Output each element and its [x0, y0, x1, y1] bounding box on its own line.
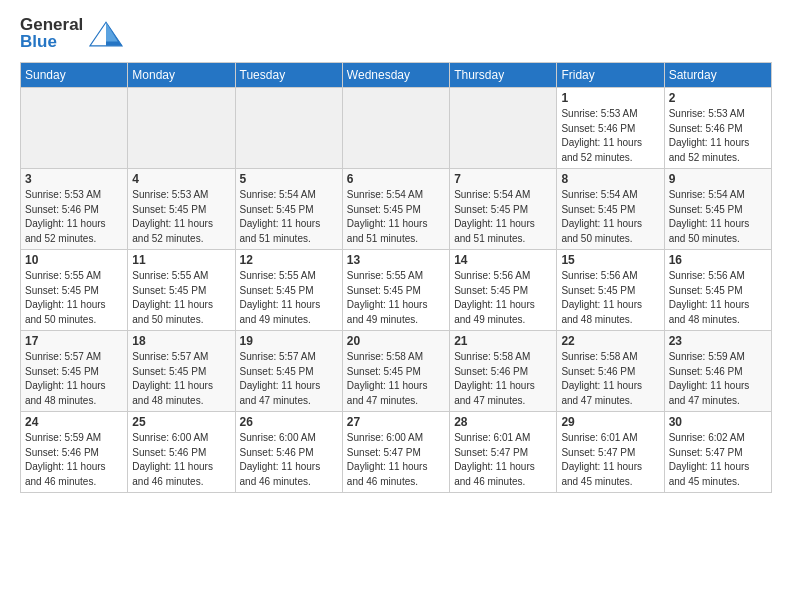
calendar-day-cell: 11Sunrise: 5:55 AMSunset: 5:45 PMDayligh…	[128, 250, 235, 331]
calendar-day-cell: 1Sunrise: 5:53 AMSunset: 5:46 PMDaylight…	[557, 88, 664, 169]
day-detail: Sunrise: 5:57 AMSunset: 5:45 PMDaylight:…	[25, 350, 123, 408]
logo-general-text: General	[20, 16, 83, 33]
calendar-header-saturday: Saturday	[664, 63, 771, 88]
calendar-day-cell: 15Sunrise: 5:56 AMSunset: 5:45 PMDayligh…	[557, 250, 664, 331]
day-number: 6	[347, 172, 445, 186]
calendar-day-cell: 19Sunrise: 5:57 AMSunset: 5:45 PMDayligh…	[235, 331, 342, 412]
day-number: 2	[669, 91, 767, 105]
calendar-day-cell: 8Sunrise: 5:54 AMSunset: 5:45 PMDaylight…	[557, 169, 664, 250]
calendar-day-cell: 21Sunrise: 5:58 AMSunset: 5:46 PMDayligh…	[450, 331, 557, 412]
day-detail: Sunrise: 5:58 AMSunset: 5:46 PMDaylight:…	[561, 350, 659, 408]
day-detail: Sunrise: 5:54 AMSunset: 5:45 PMDaylight:…	[561, 188, 659, 246]
calendar-day-cell: 17Sunrise: 5:57 AMSunset: 5:45 PMDayligh…	[21, 331, 128, 412]
day-number: 23	[669, 334, 767, 348]
calendar-day-cell: 28Sunrise: 6:01 AMSunset: 5:47 PMDayligh…	[450, 412, 557, 493]
logo: General Blue	[20, 16, 125, 50]
day-number: 4	[132, 172, 230, 186]
logo-blue-text: Blue	[20, 33, 57, 50]
day-number: 11	[132, 253, 230, 267]
day-detail: Sunrise: 5:57 AMSunset: 5:45 PMDaylight:…	[240, 350, 338, 408]
logo-area: General Blue	[20, 16, 125, 50]
day-number: 20	[347, 334, 445, 348]
day-detail: Sunrise: 6:02 AMSunset: 5:47 PMDaylight:…	[669, 431, 767, 489]
day-detail: Sunrise: 5:54 AMSunset: 5:45 PMDaylight:…	[347, 188, 445, 246]
day-detail: Sunrise: 5:56 AMSunset: 5:45 PMDaylight:…	[561, 269, 659, 327]
day-number: 8	[561, 172, 659, 186]
calendar-day-cell: 7Sunrise: 5:54 AMSunset: 5:45 PMDaylight…	[450, 169, 557, 250]
day-number: 21	[454, 334, 552, 348]
calendar-day-cell: 20Sunrise: 5:58 AMSunset: 5:45 PMDayligh…	[342, 331, 449, 412]
calendar-week-row: 3Sunrise: 5:53 AMSunset: 5:46 PMDaylight…	[21, 169, 772, 250]
day-detail: Sunrise: 5:56 AMSunset: 5:45 PMDaylight:…	[454, 269, 552, 327]
calendar-day-cell: 30Sunrise: 6:02 AMSunset: 5:47 PMDayligh…	[664, 412, 771, 493]
day-number: 7	[454, 172, 552, 186]
day-number: 3	[25, 172, 123, 186]
day-detail: Sunrise: 5:54 AMSunset: 5:45 PMDaylight:…	[669, 188, 767, 246]
calendar-empty-cell	[342, 88, 449, 169]
day-number: 9	[669, 172, 767, 186]
day-detail: Sunrise: 5:54 AMSunset: 5:45 PMDaylight:…	[454, 188, 552, 246]
day-number: 12	[240, 253, 338, 267]
day-detail: Sunrise: 5:55 AMSunset: 5:45 PMDaylight:…	[240, 269, 338, 327]
calendar-header-friday: Friday	[557, 63, 664, 88]
day-number: 25	[132, 415, 230, 429]
calendar-day-cell: 24Sunrise: 5:59 AMSunset: 5:46 PMDayligh…	[21, 412, 128, 493]
day-number: 29	[561, 415, 659, 429]
page: General Blue SundayMondayTuesdayWednesda…	[0, 0, 792, 513]
logo-triangle-icon	[87, 18, 125, 48]
calendar-header-tuesday: Tuesday	[235, 63, 342, 88]
calendar-day-cell: 26Sunrise: 6:00 AMSunset: 5:46 PMDayligh…	[235, 412, 342, 493]
calendar-day-cell: 25Sunrise: 6:00 AMSunset: 5:46 PMDayligh…	[128, 412, 235, 493]
calendar-week-row: 1Sunrise: 5:53 AMSunset: 5:46 PMDaylight…	[21, 88, 772, 169]
day-number: 18	[132, 334, 230, 348]
calendar-day-cell: 22Sunrise: 5:58 AMSunset: 5:46 PMDayligh…	[557, 331, 664, 412]
day-number: 5	[240, 172, 338, 186]
day-number: 30	[669, 415, 767, 429]
calendar-day-cell: 2Sunrise: 5:53 AMSunset: 5:46 PMDaylight…	[664, 88, 771, 169]
calendar-day-cell: 4Sunrise: 5:53 AMSunset: 5:45 PMDaylight…	[128, 169, 235, 250]
day-detail: Sunrise: 5:55 AMSunset: 5:45 PMDaylight:…	[347, 269, 445, 327]
day-detail: Sunrise: 5:59 AMSunset: 5:46 PMDaylight:…	[25, 431, 123, 489]
day-number: 19	[240, 334, 338, 348]
day-number: 14	[454, 253, 552, 267]
day-number: 10	[25, 253, 123, 267]
calendar-day-cell: 14Sunrise: 5:56 AMSunset: 5:45 PMDayligh…	[450, 250, 557, 331]
day-number: 26	[240, 415, 338, 429]
day-detail: Sunrise: 5:55 AMSunset: 5:45 PMDaylight:…	[25, 269, 123, 327]
day-detail: Sunrise: 5:58 AMSunset: 5:46 PMDaylight:…	[454, 350, 552, 408]
calendar-day-cell: 3Sunrise: 5:53 AMSunset: 5:46 PMDaylight…	[21, 169, 128, 250]
calendar-day-cell: 29Sunrise: 6:01 AMSunset: 5:47 PMDayligh…	[557, 412, 664, 493]
day-number: 22	[561, 334, 659, 348]
calendar-day-cell: 16Sunrise: 5:56 AMSunset: 5:45 PMDayligh…	[664, 250, 771, 331]
day-detail: Sunrise: 6:00 AMSunset: 5:46 PMDaylight:…	[132, 431, 230, 489]
calendar-empty-cell	[235, 88, 342, 169]
day-detail: Sunrise: 5:55 AMSunset: 5:45 PMDaylight:…	[132, 269, 230, 327]
day-number: 28	[454, 415, 552, 429]
day-detail: Sunrise: 6:01 AMSunset: 5:47 PMDaylight:…	[561, 431, 659, 489]
day-number: 13	[347, 253, 445, 267]
calendar-empty-cell	[450, 88, 557, 169]
calendar-day-cell: 23Sunrise: 5:59 AMSunset: 5:46 PMDayligh…	[664, 331, 771, 412]
day-detail: Sunrise: 5:58 AMSunset: 5:45 PMDaylight:…	[347, 350, 445, 408]
day-number: 24	[25, 415, 123, 429]
header: General Blue	[20, 16, 772, 50]
day-detail: Sunrise: 6:00 AMSunset: 5:46 PMDaylight:…	[240, 431, 338, 489]
calendar-header-row: SundayMondayTuesdayWednesdayThursdayFrid…	[21, 63, 772, 88]
day-number: 16	[669, 253, 767, 267]
day-number: 17	[25, 334, 123, 348]
day-detail: Sunrise: 5:57 AMSunset: 5:45 PMDaylight:…	[132, 350, 230, 408]
day-detail: Sunrise: 5:54 AMSunset: 5:45 PMDaylight:…	[240, 188, 338, 246]
calendar-table: SundayMondayTuesdayWednesdayThursdayFrid…	[20, 62, 772, 493]
calendar-day-cell: 18Sunrise: 5:57 AMSunset: 5:45 PMDayligh…	[128, 331, 235, 412]
day-detail: Sunrise: 5:53 AMSunset: 5:46 PMDaylight:…	[25, 188, 123, 246]
day-number: 1	[561, 91, 659, 105]
day-detail: Sunrise: 5:59 AMSunset: 5:46 PMDaylight:…	[669, 350, 767, 408]
calendar-empty-cell	[21, 88, 128, 169]
calendar-header-thursday: Thursday	[450, 63, 557, 88]
day-detail: Sunrise: 6:01 AMSunset: 5:47 PMDaylight:…	[454, 431, 552, 489]
day-detail: Sunrise: 5:53 AMSunset: 5:46 PMDaylight:…	[561, 107, 659, 165]
day-number: 27	[347, 415, 445, 429]
calendar-week-row: 24Sunrise: 5:59 AMSunset: 5:46 PMDayligh…	[21, 412, 772, 493]
day-detail: Sunrise: 5:53 AMSunset: 5:45 PMDaylight:…	[132, 188, 230, 246]
calendar-day-cell: 6Sunrise: 5:54 AMSunset: 5:45 PMDaylight…	[342, 169, 449, 250]
